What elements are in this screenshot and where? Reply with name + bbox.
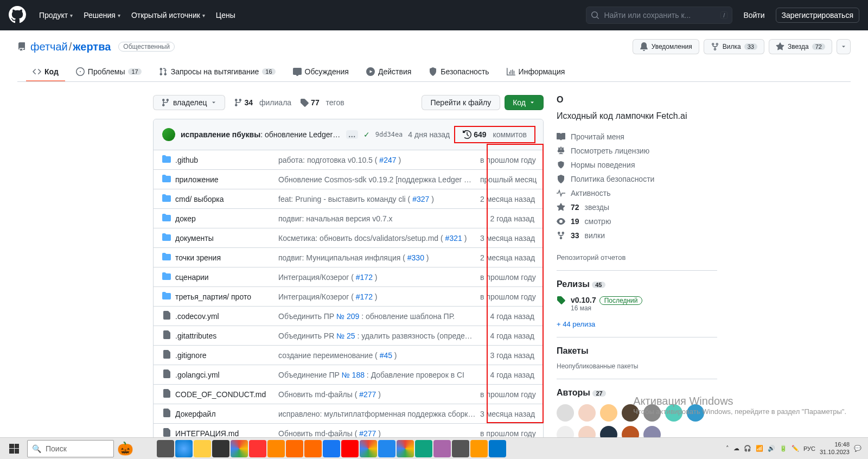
file-name[interactable]: документы: [175, 234, 278, 243]
commit-message[interactable]: подвиг: начальная версия v0.7.x: [278, 214, 480, 223]
commit-message[interactable]: исправлено: мультиплатформенная поддержк…: [278, 410, 480, 418]
tray-icon[interactable]: ˄: [726, 445, 729, 452]
commit-message[interactable]: создание переименование ( #45 ): [278, 351, 480, 360]
commit-message[interactable]: Интеграция/Козерог ( #172 ): [278, 273, 480, 282]
app-icon[interactable]: [452, 440, 469, 457]
commit-message[interactable]: исправление пбуквы: обновление Ledger-co…: [181, 130, 341, 139]
search-input[interactable]: Найти или сохранить к... /: [586, 7, 732, 24]
fork-button[interactable]: Вилка 33: [704, 39, 764, 54]
app-icon[interactable]: [157, 440, 174, 457]
file-name[interactable]: докер: [175, 214, 278, 223]
nav-item-3[interactable]: Цены: [212, 8, 240, 23]
file-name[interactable]: сценарии: [175, 273, 278, 282]
start-button[interactable]: [2, 439, 26, 458]
tab-play[interactable]: Действия: [360, 63, 418, 81]
app-icon[interactable]: [415, 440, 432, 457]
commit-time[interactable]: 4 дня назад: [408, 130, 450, 139]
nav-item-0[interactable]: Продукт ▾: [35, 8, 77, 23]
tab-disc[interactable]: Обсуждения: [286, 63, 355, 81]
tags-link[interactable]: 77 тегов: [300, 98, 344, 107]
notifications-button[interactable]: Уведомления: [633, 39, 699, 54]
star-button[interactable]: Звезда 72: [769, 39, 832, 54]
commit-message[interactable]: Косметика: обновить docs/validators/setu…: [278, 234, 480, 243]
commits-count-link[interactable]: 649 коммитов: [454, 126, 535, 143]
nav-item-2[interactable]: Открытый источник ▾: [127, 8, 209, 23]
more-releases-link[interactable]: + 44 релиза: [557, 320, 595, 328]
tray-icon[interactable]: ☁: [733, 445, 739, 452]
clock[interactable]: 16:48 31.10.2023: [820, 441, 850, 455]
tray-icon[interactable]: 🎧: [744, 445, 751, 452]
meta-item[interactable]: Политика безопасности: [557, 172, 717, 186]
commit-message[interactable]: Обновить md-файлы ( #277 ): [278, 390, 480, 399]
app-icon[interactable]: [286, 440, 303, 457]
commit-message[interactable]: Объединить ПР № 209 : обновление шаблона…: [278, 312, 480, 321]
commit-message[interactable]: Объединить PR № 25 : удалить развязность…: [278, 331, 480, 340]
nav-item-1[interactable]: Решения ▾: [79, 8, 125, 23]
commit-message[interactable]: работа: подготовка v0.10.5 ( #247 ): [278, 156, 480, 164]
commit-message[interactable]: Объединение ПР № 188 : Добавление провер…: [278, 371, 480, 379]
tab-issue[interactable]: Проблемы17: [69, 63, 148, 81]
app-icon[interactable]: [231, 440, 248, 457]
meta-item[interactable]: Активность: [557, 186, 717, 200]
file-name[interactable]: .gitattributes: [175, 331, 278, 340]
app-icon[interactable]: [433, 440, 451, 457]
tray-icon[interactable]: 🔋: [780, 445, 787, 452]
system-tray[interactable]: ˄ ☁ 🎧 📶 🔊 🔋 ✏️ РУС 16:48 31.10.2023 💬: [726, 441, 866, 455]
language-indicator[interactable]: РУС: [803, 445, 815, 452]
commit-message[interactable]: Обновить md-файлы ( #277 ): [278, 429, 480, 438]
app-icon[interactable]: [397, 440, 414, 457]
file-name[interactable]: cmd/ выборка: [175, 195, 278, 203]
file-name[interactable]: .gitignore: [175, 351, 278, 360]
tab-code[interactable]: Код: [26, 63, 65, 81]
file-name[interactable]: .github: [175, 156, 278, 164]
file-name[interactable]: .codecov.yml: [175, 312, 278, 321]
app-icon[interactable]: [212, 440, 229, 457]
tab-graph[interactable]: Информация: [500, 63, 572, 81]
app-icon[interactable]: [175, 440, 193, 457]
file-name[interactable]: CODE_OF_CONDUCT.md: [175, 390, 278, 399]
code-download-button[interactable]: Код: [505, 95, 544, 110]
notifications-icon[interactable]: 💬: [854, 445, 861, 452]
meta-item[interactable]: Нормы поведения: [557, 158, 717, 172]
app-icon[interactable]: [489, 440, 506, 457]
tab-shield[interactable]: Безопасность: [422, 63, 495, 81]
tray-icon[interactable]: ✏️: [792, 445, 799, 452]
app-icon[interactable]: [341, 440, 359, 457]
star-dropdown[interactable]: [837, 39, 851, 54]
app-icon[interactable]: [470, 440, 488, 457]
latest-release[interactable]: v0.10.7Последний 16 мая: [557, 296, 717, 312]
tab-pr[interactable]: Запросы на вытягивание16: [152, 63, 282, 81]
file-name[interactable]: Докерфайл: [175, 410, 278, 418]
github-logo-icon[interactable]: [9, 6, 26, 25]
app-icon[interactable]: [304, 440, 322, 457]
releases-heading[interactable]: Релизы 45: [557, 279, 717, 289]
file-name[interactable]: приложение: [175, 175, 278, 184]
file-name[interactable]: .golangci.yml: [175, 371, 278, 379]
commit-message[interactable]: Интеграция/Козерог ( #172 ): [278, 292, 480, 301]
commit-message[interactable]: feat: Pruning - выставить команду cli ( …: [278, 195, 480, 203]
file-name[interactable]: точки зрения: [175, 253, 278, 262]
tray-icon[interactable]: 📶: [756, 445, 763, 452]
meta-item[interactable]: 72 звезды: [557, 200, 717, 214]
app-icon[interactable]: [360, 440, 377, 457]
report-repo-link[interactable]: Репозиторий отчетов: [557, 253, 626, 262]
repo-link[interactable]: жертва: [73, 41, 111, 53]
meta-item[interactable]: 19 смотрю: [557, 214, 717, 228]
app-icon[interactable]: [378, 440, 395, 457]
taskbar-search[interactable]: 🔍 Поиск: [27, 440, 114, 457]
meta-item[interactable]: Прочитай меня: [557, 130, 717, 144]
commit-sha[interactable]: 9dd34ea: [375, 131, 403, 138]
meta-item[interactable]: 33 вилки: [557, 228, 717, 243]
owner-link[interactable]: фетчай: [30, 41, 68, 53]
app-icon[interactable]: [267, 440, 285, 457]
goto-file-button[interactable]: Перейти к файлу: [422, 95, 501, 110]
app-icon[interactable]: [249, 440, 266, 457]
branches-link[interactable]: 34 филиала: [234, 98, 292, 107]
signup-button[interactable]: Зарегистрироваться: [776, 8, 859, 23]
file-name[interactable]: третья_партия/ прото: [175, 292, 278, 301]
file-name[interactable]: ИНТЕГРАЦИЯ.md: [175, 429, 278, 438]
contributors-heading[interactable]: Авторы 27: [557, 388, 717, 398]
commit-message[interactable]: подвиг: Муниципальная инфляция ( #330 ): [278, 253, 480, 262]
app-icon[interactable]: [323, 440, 340, 457]
avatar[interactable]: [162, 128, 175, 141]
